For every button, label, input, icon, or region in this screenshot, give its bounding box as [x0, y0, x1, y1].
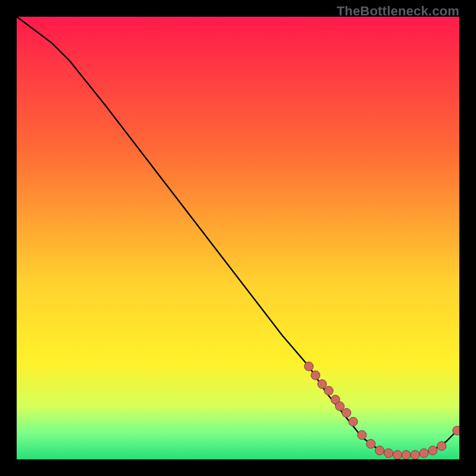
svg-point-9: [358, 431, 367, 440]
svg-point-12: [384, 449, 393, 458]
svg-point-3: [318, 380, 327, 389]
svg-point-18: [437, 441, 446, 450]
svg-point-2: [311, 371, 320, 380]
plot-area: [17, 17, 459, 459]
svg-point-16: [419, 449, 428, 458]
svg-point-10: [367, 439, 375, 448]
svg-point-14: [402, 450, 411, 459]
chart-stage: TheBottleneck.com: [0, 0, 476, 476]
svg-point-7: [342, 408, 351, 417]
svg-point-19: [453, 426, 459, 435]
svg-point-17: [428, 446, 437, 455]
svg-point-11: [375, 446, 384, 455]
svg-point-13: [393, 450, 402, 459]
svg-point-15: [411, 450, 419, 459]
svg-rect-0: [17, 17, 459, 459]
plot-svg: [17, 17, 459, 459]
svg-point-6: [336, 402, 345, 411]
svg-point-1: [305, 362, 314, 371]
svg-point-8: [349, 417, 358, 426]
svg-point-4: [324, 386, 333, 395]
